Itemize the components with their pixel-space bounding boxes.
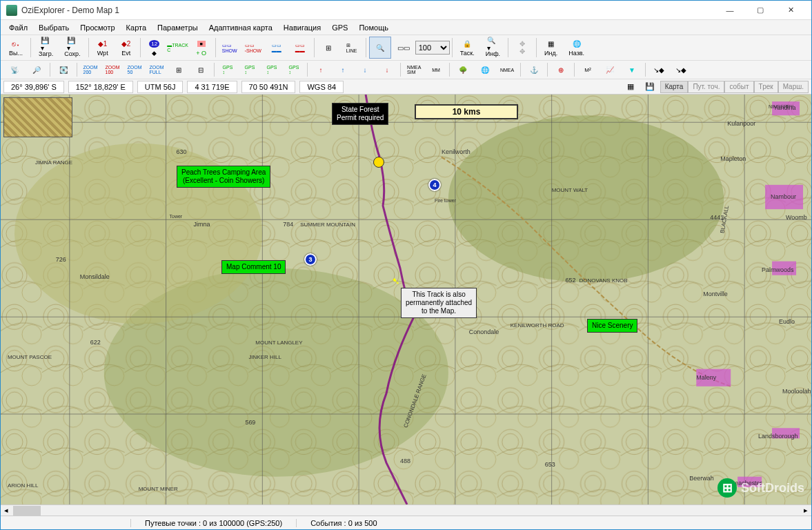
map-viewport[interactable]: Yandina Kulanpoor Nambour Woomb Palmwood… [1,95,811,504]
gps3-button[interactable]: GPS↕ [261,62,282,77]
up-blue-button[interactable]: ↑ [333,62,353,77]
minimize-button[interactable]: — [715,1,745,20]
svg-text:MOUNT LANGLEY: MOUNT LANGLEY [255,340,303,346]
waypoint-3[interactable]: 3 [304,253,317,266]
svg-text:Nambour: Nambour [771,193,796,200]
horizontal-scrollbar[interactable]: ◂ ▸ [1,504,811,516]
globe-button[interactable]: 🌐 [475,62,495,77]
tab-map[interactable]: Карта [660,81,689,93]
coord-lat: 26° 39,896' S [3,81,64,93]
target-button[interactable]: ⊕ [551,62,571,77]
svg-text:NINDERRY: NINDERRY [769,104,794,109]
load-button[interactable]: 💾▾Загр. [34,37,58,59]
exit-button[interactable]: ⎋▾Вы... [4,37,28,59]
down-blue-button[interactable]: ↓ [355,62,375,77]
svg-text:Monsildale: Monsildale [80,273,110,280]
down-red-button[interactable]: ↓ [377,62,397,77]
line-button[interactable]: ⊞LINE [341,37,363,59]
names-button[interactable]: 🌐Назв. [564,37,589,59]
tab-waypoints[interactable]: Пут. точ. [688,81,724,93]
scroll-right-button[interactable]: ▸ [800,505,811,516]
zoom-out-button[interactable]: ⊟ [190,62,211,77]
svg-text:652: 652 [566,277,576,284]
nmea-button[interactable]: NMEA [497,62,517,77]
search-button[interactable]: 🔍 [369,37,391,59]
up-red-button[interactable]: ↑ [310,62,331,77]
menu-map[interactable]: Карта [121,21,152,34]
evt-button[interactable]: ◆2Evt [115,37,137,59]
show1-button[interactable]: ▭▭SHOW [219,37,241,59]
tab-events[interactable]: событ [724,81,753,93]
m2-button[interactable]: M² [577,62,598,77]
scroll-thumb[interactable] [13,506,41,516]
statusbar: Путевые точки : 0 из 100000 (GPS:250) Со… [1,516,811,529]
show3-button[interactable]: ▭▭▬▬ [266,37,288,59]
comment-nice-scenery[interactable]: Nice Scenery [587,319,637,333]
menu-adaptive[interactable]: Адаптивная карта [204,21,278,34]
comment-peach-trees[interactable]: Peach Trees Camping Area (Excellent - Co… [177,166,270,188]
overview-minimap[interactable] [3,97,72,137]
status-events: События : 0 из 500 [296,519,390,527]
tab-route[interactable]: Марш. [778,81,809,93]
wpt-button[interactable]: ◆1Wpt [92,37,114,59]
toolbar-main: ⎋▾Вы... 💾▾Загр. 💾▾Сохр. ◆1Wpt ◆2Evt 12◆ … [1,35,811,61]
zoom-in-button[interactable]: ⊞ [168,62,189,77]
disk-button[interactable]: 💽 [53,62,74,77]
tab-track[interactable]: Трек [754,81,778,93]
svg-text:ARION HILL: ARION HILL [8,482,39,489]
coord-icon2[interactable]: 💾 [640,81,660,93]
tree-button[interactable]: 🌳 [453,62,473,77]
menu-params[interactable]: Параметры [152,21,204,34]
menu-gps[interactable]: GPS [326,21,353,34]
sat-button[interactable]: 📡 [4,62,25,77]
nmea-sim-button[interactable]: NMEA SIM [404,62,424,77]
map-comment-10[interactable]: Map Comment 10 [221,260,286,274]
zoom-200-button[interactable]: ZOOM 200 [80,62,101,77]
show4-button[interactable]: ▭▭▬▬ [289,37,311,59]
menu-select[interactable]: Выбрать [33,21,75,34]
index-button[interactable]: ▦Инд. [539,37,562,59]
chart-button[interactable]: 📈 [600,62,620,77]
track-pink-button[interactable]: ■+ O [190,37,212,59]
wp12-button[interactable]: 12◆ [143,37,166,59]
menu-help[interactable]: Помощь [353,21,394,34]
save-button[interactable]: 💾▾Сохр. [59,37,85,59]
zoom-select[interactable]: 100 [415,41,450,55]
close-button[interactable]: ✕ [775,1,806,20]
move-button[interactable]: ✥✥ [511,37,533,59]
gps4-button[interactable]: GPS↕ [284,62,304,77]
zoom-50-button[interactable]: ZOOM 50 [124,62,145,77]
app-icon [6,5,17,16]
info-button[interactable]: 🔍▾Инф. [481,37,505,59]
menu-file[interactable]: Файл [3,21,33,34]
zoom-full-button[interactable]: ZOOM FULL [146,62,167,77]
menu-view[interactable]: Просмотр [75,21,120,34]
mm-button[interactable]: MM [426,62,446,77]
import2-button[interactable]: ↘◆ [671,62,691,77]
coord-icon1[interactable]: ▦ [622,81,639,93]
import1-button[interactable]: ↘◆ [648,62,669,77]
menu-navigation[interactable]: Навигация [278,21,326,34]
gps2-button[interactable]: GPS↕ [239,62,260,77]
gps1-button[interactable]: GPS↕ [217,62,238,77]
scroll-left-button[interactable]: ◂ [1,505,12,516]
waypoint-4[interactable]: 4 [428,179,441,191]
show2-button[interactable]: ▭▭◦SHOW [242,37,264,59]
grid-button[interactable]: ⊞ [317,37,339,59]
svg-text:Tower: Tower [170,214,183,219]
svg-text:Montville: Montville [703,291,727,297]
find-button[interactable]: 🔎 [26,62,47,77]
zoom-100-button[interactable]: ZOOM 100 [102,62,123,77]
svg-text:MOUNT WALT: MOUNT WALT [552,187,588,193]
anchor-button[interactable]: ⚓ [524,62,544,77]
svg-text:569: 569 [245,419,255,426]
scale-bar: 10 kms [415,104,518,119]
signal-button[interactable]: ▼ [622,62,642,77]
maximize-button[interactable]: ▢ [745,1,775,20]
zoom-panel-button[interactable]: ▭▭ [393,37,415,59]
svg-text:JIMNA RANGE: JIMNA RANGE [35,159,72,166]
svg-text:MOUNT MINER: MOUNT MINER [139,486,178,492]
track-c-button[interactable]: ▬TRACKC [167,37,189,59]
svg-text:Maleny: Maleny [696,374,716,381]
task-button[interactable]: 🔒Таск. [455,37,479,59]
